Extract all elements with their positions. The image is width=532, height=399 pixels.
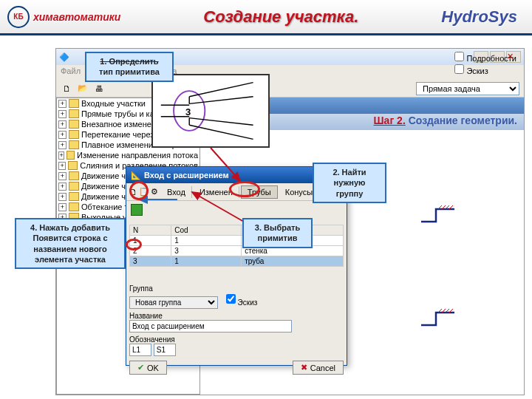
callout-1: 1. Определить тип примитива [85, 52, 174, 82]
svg-line-4 [189, 125, 253, 139]
svg-line-11 [192, 192, 244, 222]
task-dropdown[interactable]: Прямая задача [416, 82, 519, 95]
highlight-circle [229, 181, 260, 197]
diagram-number: 3 [185, 106, 191, 117]
L1-input[interactable] [129, 344, 151, 356]
group-label: Группа [129, 284, 153, 293]
group-select[interactable]: Новая группа [129, 296, 218, 309]
sketch-checkbox[interactable]: Эскиз [226, 299, 258, 307]
diagram-box: 3 [151, 74, 270, 148]
highlight-circle [129, 181, 149, 200]
name-label: Название [129, 312, 163, 320]
step-label: Шаг 2. Создание геометрии. [374, 115, 517, 126]
callout-4: 4. Нажать добавить Появится строка с наз… [15, 218, 126, 269]
ok-button[interactable]: ✔OK [129, 361, 167, 375]
main-toolbar: 🗋 📂 🖶 Прямая задача Подробности Эскиз [56, 80, 524, 98]
check-area: Подробности Эскиз [454, 50, 516, 77]
callout-2: 2. Найтинужную группу [313, 163, 386, 203]
logo-icon: КБ [7, 6, 30, 28]
logo-text: химавтоматики [33, 11, 120, 23]
sketch-checkbox[interactable]: Эскиз [454, 64, 516, 75]
table-row: 31труба [130, 256, 344, 267]
app-icon: 🔷 [59, 52, 69, 62]
callout-3: 3. Выбратьпримитив [242, 218, 313, 248]
menu-file[interactable]: Файл [61, 66, 81, 78]
sketch-icon [417, 203, 462, 225]
svg-line-3 [189, 118, 253, 126]
cancel-button[interactable]: ✖Cancel [293, 361, 344, 375]
name-input[interactable] [129, 320, 292, 332]
details-checkbox[interactable]: Подробности [454, 52, 516, 63]
svg-line-1 [189, 83, 253, 97]
sketch-icon [417, 307, 462, 329]
print-icon[interactable]: 🖶 [93, 83, 105, 95]
open-icon[interactable]: 📂 [77, 83, 89, 95]
svg-line-2 [189, 97, 253, 104]
highlight-circle [126, 239, 142, 250]
tree-item: +Изменение направления потока [57, 150, 200, 160]
S1-input[interactable] [154, 344, 176, 356]
dialog-icon: 📐 [131, 171, 141, 180]
page-title: Создание участка. [120, 7, 441, 27]
svg-line-10 [211, 148, 240, 181]
header-bar: КБ химавтоматики Создание участка. Hydro… [0, 0, 532, 35]
designation-label: Обозначения [129, 335, 175, 344]
brand-title: HydroSys [441, 7, 517, 27]
new-icon[interactable]: 🗋 [61, 83, 72, 95]
